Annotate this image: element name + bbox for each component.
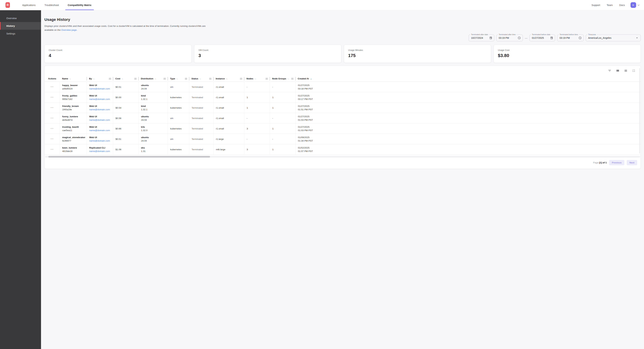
status-text: Terminated: [192, 148, 211, 151]
page-title: Usage History: [44, 17, 322, 22]
cell-name: trusting_leavittcae5ea11: [60, 123, 87, 134]
column-menu-icon[interactable]: [266, 78, 268, 79]
node-groups-value: 1: [272, 148, 293, 151]
column-menu-icon[interactable]: [240, 78, 242, 79]
cell-created_at: 01/27/202503:18 PM PST: [295, 82, 322, 92]
cell-cost: $0.54: [113, 103, 138, 113]
column-label: Type: [170, 77, 175, 80]
distribution-name: ubuntu: [141, 136, 165, 139]
instance-value: r1.small: [216, 127, 242, 130]
cluster-id: cae5ea11: [62, 129, 84, 132]
column-header-distribution[interactable]: Distribution↑↓: [138, 76, 168, 82]
column-label: Nodes: [246, 77, 253, 80]
sort-arrows-icon[interactable]: ↑↓: [200, 78, 201, 80]
distribution-name: kind: [141, 94, 165, 97]
column-menu-icon[interactable]: [185, 78, 187, 79]
column-menu-icon[interactable]: [291, 78, 294, 79]
row-actions-button[interactable]: •••: [50, 127, 54, 130]
created-by-source: Web UI: [89, 126, 110, 128]
column-header-type[interactable]: Type↑↓: [168, 76, 189, 82]
sort-arrows-icon[interactable]: ↑↓: [122, 78, 123, 80]
distribution-name: k3s: [141, 126, 165, 128]
cell-type: vm: [168, 82, 189, 92]
row-actions-button[interactable]: •••: [50, 138, 54, 140]
sidebar-item-settings[interactable]: Settings: [0, 30, 41, 37]
created-by-email-link[interactable]: name@domain.com: [89, 119, 110, 121]
instance-value: r1.small: [216, 106, 242, 109]
sort-arrows-icon[interactable]: ↑↓: [287, 78, 289, 80]
column-header-status[interactable]: Status↑↓: [189, 76, 213, 82]
column-menu-icon[interactable]: [109, 78, 111, 79]
stat-value: 4: [49, 53, 187, 58]
nav-tab-troubleshoot[interactable]: Troubleshoot: [40, 0, 63, 10]
table-row: •••keen_lumiere4819de16Replicated CLInam…: [44, 144, 322, 155]
status-text: Terminated: [192, 138, 211, 140]
cell-created_at: 01/27/202503:17 PM PST: [295, 92, 322, 102]
sidebar-item-overview[interactable]: Overview: [0, 14, 41, 22]
sort-arrows-icon[interactable]: ↑↓: [226, 78, 228, 80]
column-menu-icon[interactable]: [209, 78, 212, 79]
cell-distribution: ubuntu24.04: [138, 134, 168, 144]
nav-tab-compatibility-matrix[interactable]: Compatibility Matrix: [63, 0, 96, 10]
cell-nodes: 1: [244, 103, 270, 113]
cell-actions: •••: [44, 144, 60, 155]
sort-arrows-icon[interactable]: ↑↓: [69, 78, 71, 80]
column-header-name[interactable]: Name↑↓: [60, 76, 87, 82]
node-groups-value: 1: [272, 96, 293, 99]
column-label: Node Groups: [272, 77, 286, 80]
row-actions-button[interactable]: •••: [50, 117, 54, 119]
row-actions-button[interactable]: •••: [50, 148, 54, 151]
column-header-node_groups[interactable]: Node Groups↑↓: [270, 76, 295, 82]
sort-arrows-icon[interactable]: ↑↓: [254, 78, 256, 80]
replicated-logo[interactable]: R: [6, 2, 10, 8]
created-by-email-link[interactable]: name@domain.com: [89, 108, 110, 111]
created-by-email-link[interactable]: name@domain.com: [89, 150, 110, 152]
overview-page-link[interactable]: Overview page: [61, 29, 76, 31]
column-header-by[interactable]: By↑↓: [87, 76, 113, 82]
cluster-id: a48d9324: [62, 87, 84, 90]
nodes-value: 3: [247, 127, 267, 130]
cell-status: Terminated: [189, 134, 213, 144]
table-row: •••frosty_galileo995b7182Web UIname@doma…: [44, 92, 322, 103]
sidebar: Overview History Settings: [0, 10, 41, 174]
cell-instance: r1.small: [213, 82, 244, 92]
distribution-version: 24.04: [141, 87, 165, 90]
cell-by: Web UIname@domain.com: [87, 113, 113, 123]
cell-instance: m6i.large: [213, 144, 244, 155]
cell-nodes: 3: [244, 144, 270, 155]
sort-arrows-icon[interactable]: ↑↓: [93, 78, 95, 80]
created-by-email-link[interactable]: name@domain.com: [89, 129, 110, 132]
cluster-id: 4819de16: [62, 150, 84, 152]
nav-tab-applications[interactable]: Applications: [18, 0, 40, 10]
column-menu-icon[interactable]: [134, 78, 136, 79]
created-date: 01/27/2025: [298, 84, 322, 87]
cluster-name: funny_lumiere: [62, 115, 84, 118]
nodes-value: 1: [247, 106, 267, 109]
row-actions-button[interactable]: •••: [50, 86, 54, 88]
horizontal-scrollbar-thumb[interactable]: [48, 156, 210, 158]
node-groups-value: -: [272, 86, 293, 88]
column-header-instance[interactable]: Instance↑↓: [213, 76, 244, 82]
sidebar-item-history[interactable]: History: [0, 22, 41, 30]
cell-cost: $1.06: [113, 144, 138, 155]
row-actions-button[interactable]: •••: [50, 96, 54, 98]
sort-arrows-icon[interactable]: ↑↓: [154, 78, 156, 80]
cost-value: $0.51: [116, 86, 136, 88]
sort-desc-arrow-icon[interactable]: ↓: [310, 77, 312, 80]
column-header-created_at[interactable]: Created At↓: [295, 76, 322, 82]
created-by-email-link[interactable]: name@domain.com: [89, 139, 110, 142]
created-by-email-link[interactable]: name@domain.com: [89, 98, 110, 100]
cell-actions: •••: [44, 103, 60, 113]
column-header-cost[interactable]: Cost↑↓: [113, 76, 138, 82]
created-by-email-link[interactable]: name@domain.com: [89, 87, 110, 90]
horizontal-scrollbar-track[interactable]: [45, 156, 322, 158]
column-header-actions: Actions: [44, 76, 60, 82]
column-label: Actions: [48, 77, 56, 80]
type-value: vm: [170, 86, 187, 88]
stat-label: VM Count: [198, 49, 322, 51]
sort-arrows-icon[interactable]: ↑↓: [176, 78, 178, 80]
cell-created_at: 01/27/202501:51 PM PST: [295, 103, 322, 113]
column-menu-icon[interactable]: [164, 78, 166, 79]
column-header-nodes[interactable]: Nodes↑↓: [244, 76, 270, 82]
row-actions-button[interactable]: •••: [50, 106, 54, 109]
